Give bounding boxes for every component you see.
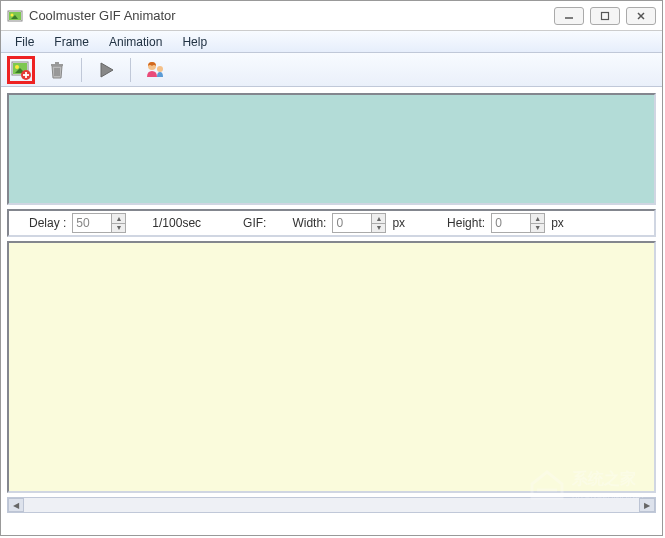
delay-input[interactable]: 50	[72, 213, 112, 233]
menubar: File Frame Animation Help	[1, 31, 662, 53]
window-title: Coolmuster GIF Animator	[29, 8, 554, 23]
controls-row: Delay : 50 ▲▼ 1/100sec GIF: Width: 0 ▲▼ …	[7, 209, 656, 237]
about-button[interactable]	[141, 56, 169, 84]
scroll-left-button[interactable]: ◀	[8, 498, 24, 512]
scroll-right-button[interactable]: ▶	[639, 498, 655, 512]
svg-rect-15	[51, 64, 63, 66]
window-buttons	[554, 7, 656, 25]
width-spinner[interactable]: ▲▼	[372, 213, 386, 233]
svg-rect-16	[55, 62, 59, 64]
toolbar-separator	[81, 58, 82, 82]
close-button[interactable]	[626, 7, 656, 25]
app-icon	[7, 8, 23, 24]
width-input[interactable]: 0	[332, 213, 372, 233]
menu-animation[interactable]: Animation	[101, 33, 170, 51]
menu-frame[interactable]: Frame	[46, 33, 97, 51]
delay-unit: 1/100sec	[152, 216, 201, 230]
menu-help[interactable]: Help	[174, 33, 215, 51]
delete-button[interactable]	[43, 56, 71, 84]
add-image-button[interactable]	[7, 56, 35, 84]
height-unit: px	[551, 216, 564, 230]
height-label: Height:	[447, 216, 485, 230]
svg-point-22	[157, 66, 163, 72]
maximize-button[interactable]	[590, 7, 620, 25]
menu-file[interactable]: File	[7, 33, 42, 51]
width-label: Width:	[292, 216, 326, 230]
minimize-button[interactable]	[554, 7, 584, 25]
frames-panel	[7, 241, 656, 493]
svg-rect-5	[602, 12, 609, 19]
toolbar-separator-2	[130, 58, 131, 82]
svg-point-2	[11, 13, 14, 16]
delay-spinner[interactable]: ▲▼	[112, 213, 126, 233]
width-unit: px	[392, 216, 405, 230]
titlebar: Coolmuster GIF Animator	[1, 1, 662, 31]
preview-panel	[7, 93, 656, 205]
svg-marker-20	[101, 63, 113, 77]
app-window: Coolmuster GIF Animator File Frame Anima…	[0, 0, 663, 536]
content-area: Delay : 50 ▲▼ 1/100sec GIF: Width: 0 ▲▼ …	[1, 87, 662, 519]
toolbar	[1, 53, 662, 87]
height-input[interactable]: 0	[491, 213, 531, 233]
play-button[interactable]	[92, 56, 120, 84]
gif-label: GIF:	[243, 216, 266, 230]
delay-label: Delay :	[29, 216, 66, 230]
height-spinner[interactable]: ▲▼	[531, 213, 545, 233]
svg-point-10	[15, 65, 19, 69]
horizontal-scrollbar[interactable]: ◀ ▶	[7, 497, 656, 513]
